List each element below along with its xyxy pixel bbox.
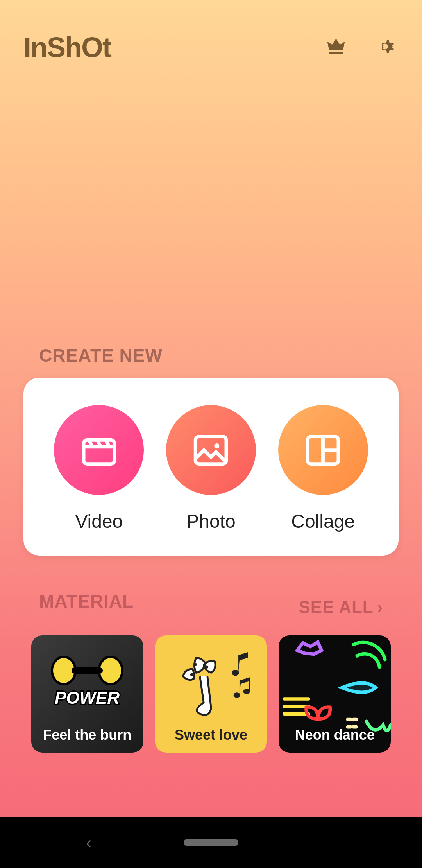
material-header: MATERIAL SEE ALL › bbox=[23, 591, 399, 624]
premium-button[interactable] bbox=[324, 35, 348, 60]
crown-icon bbox=[324, 35, 348, 58]
material-card-sweet[interactable]: Sweet love bbox=[155, 635, 267, 753]
header-icons bbox=[324, 35, 399, 60]
video-circle bbox=[54, 405, 144, 495]
create-section: CREATE NEW Video Photo Collage bbox=[23, 345, 399, 556]
clapperboard-icon bbox=[79, 430, 120, 471]
system-nav-bar: ‹ bbox=[0, 817, 422, 868]
create-section-title: CREATE NEW bbox=[23, 345, 399, 366]
material-label-neon: Neon dance bbox=[295, 727, 375, 743]
see-all-label: SEE ALL bbox=[299, 597, 374, 617]
settings-button[interactable] bbox=[375, 35, 399, 60]
collage-icon bbox=[302, 430, 343, 471]
app-header: InShOt bbox=[23, 31, 399, 63]
app-logo: InShOt bbox=[23, 31, 111, 63]
create-photo-button[interactable]: Photo bbox=[166, 405, 256, 532]
svg-point-8 bbox=[194, 663, 197, 666]
material-card-neon[interactable]: Neon dance bbox=[279, 635, 391, 753]
back-button[interactable]: ‹ bbox=[86, 833, 92, 852]
chevron-right-icon: › bbox=[377, 599, 383, 616]
create-photo-label: Photo bbox=[186, 511, 235, 532]
svg-point-9 bbox=[205, 665, 208, 669]
material-label-sweet: Sweet love bbox=[175, 727, 247, 743]
collage-circle bbox=[278, 405, 368, 495]
material-row: POWER Feel the burn bbox=[23, 635, 399, 753]
svg-rect-6 bbox=[72, 667, 103, 674]
barbell-power-icon: POWER bbox=[42, 651, 132, 714]
svg-point-2 bbox=[215, 443, 220, 448]
see-all-button[interactable]: SEE ALL › bbox=[299, 597, 383, 617]
material-label-burn: Feel the burn bbox=[43, 727, 131, 743]
image-icon bbox=[190, 430, 231, 471]
material-card-burn[interactable]: POWER Feel the burn bbox=[31, 635, 143, 753]
material-section-title: MATERIAL bbox=[39, 591, 134, 612]
material-section: MATERIAL SEE ALL › POWER Feel the burn bbox=[23, 591, 399, 753]
gear-icon bbox=[375, 35, 399, 58]
create-collage-button[interactable]: Collage bbox=[278, 405, 368, 532]
create-video-button[interactable]: Video bbox=[54, 405, 144, 532]
create-card: Video Photo Collage bbox=[23, 378, 399, 556]
home-pill[interactable] bbox=[184, 839, 238, 846]
svg-text:POWER: POWER bbox=[55, 688, 120, 707]
create-video-label: Video bbox=[75, 511, 123, 532]
svg-point-10 bbox=[190, 673, 193, 676]
photo-circle bbox=[166, 405, 256, 495]
create-collage-label: Collage bbox=[291, 511, 355, 532]
